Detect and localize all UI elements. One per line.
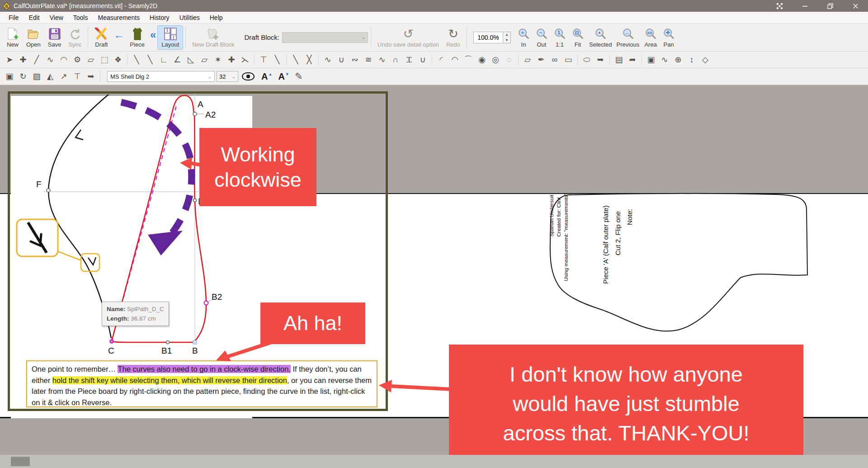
move-origin-icon[interactable]: ⊕: [671, 53, 685, 66]
flip-objects-icon[interactable]: ▨: [30, 70, 43, 83]
curve-h-icon[interactable]: ∾: [348, 53, 362, 66]
bisector-point-icon[interactable]: ⋋: [238, 53, 252, 66]
View[interactable]: View: [45, 13, 68, 23]
spiral-icon[interactable]: ◉: [475, 53, 489, 66]
union-pieces-icon[interactable]: ∞: [548, 53, 561, 66]
new-button[interactable]: New: [3, 26, 23, 49]
line-tool-icon[interactable]: ╱: [30, 53, 43, 66]
angle-point-icon[interactable]: ∠: [170, 53, 184, 66]
move-objects-icon[interactable]: ↗: [57, 70, 71, 83]
select-piece-tool-icon[interactable]: ⬚: [98, 53, 111, 66]
ellipse-icon[interactable]: ◌: [502, 53, 516, 66]
Edit[interactable]: Edit: [24, 13, 45, 23]
spin-up-icon[interactable]: ▲: [503, 32, 510, 38]
internal-path-icon[interactable]: ▭: [561, 53, 575, 66]
tag-icon[interactable]: ◇: [698, 53, 712, 66]
piece-mode-button[interactable]: Piece: [126, 26, 148, 49]
arrow-pointer-tool-icon[interactable]: ➤: [3, 53, 16, 66]
point-tool-icon[interactable]: ✚: [16, 53, 30, 66]
true-darts-icon[interactable]: ⊤: [71, 70, 84, 83]
circles-intersect-icon[interactable]: ◎: [489, 53, 502, 66]
horizontal-scroll-area[interactable]: [0, 455, 868, 468]
save-button[interactable]: Save: [44, 26, 65, 49]
scrollbar-thumb[interactable]: [11, 457, 30, 466]
arc-small-icon[interactable]: ◜: [434, 53, 448, 66]
curve-net-icon[interactable]: ≋: [362, 53, 375, 66]
add-piece-icon[interactable]: ▱: [521, 53, 534, 66]
fullscreen-toggle-icon[interactable]: [767, 0, 792, 12]
curve-w-icon[interactable]: ∪: [416, 53, 429, 66]
draft-block-select[interactable]: ⌄: [282, 32, 368, 43]
minimize-button[interactable]: [792, 0, 817, 12]
open-button[interactable]: Open: [23, 26, 44, 49]
export-piece-icon[interactable]: ➥: [594, 53, 607, 66]
arc-cross-icon[interactable]: ⌒: [462, 53, 475, 66]
print-layout-icon[interactable]: ▤: [612, 53, 626, 66]
zoom-level-spinbox[interactable]: 100.0% ▲▼: [473, 32, 511, 43]
arc-big-icon[interactable]: ◠: [448, 53, 462, 66]
export-layout-icon[interactable]: ➦: [626, 53, 639, 66]
sync-button[interactable]: Sync: [65, 26, 85, 49]
arc-tool-icon[interactable]: ◠: [57, 53, 71, 66]
pattern-canvas[interactable]: A A2 F E B2 C B1 B Spartan Undersuit Cre…: [0, 85, 868, 468]
midpoint-icon[interactable]: ⊤: [257, 53, 270, 66]
insert-node-icon[interactable]: ⬭: [580, 53, 594, 66]
to-layout-arrow-icon[interactable]: «: [148, 28, 158, 41]
group-objects-icon[interactable]: ▣: [3, 70, 16, 83]
increase-font-button[interactable]: A▲: [258, 71, 275, 82]
zoom-out-button[interactable]: − Out: [533, 26, 551, 49]
lines-cross-icon[interactable]: ╳: [302, 53, 316, 66]
zoom-area-button[interactable]: ▭ Area: [642, 26, 660, 49]
show-labels-eye-icon[interactable]: [242, 72, 255, 80]
zoom-level-value[interactable]: 100.0%: [473, 32, 503, 43]
undo-button[interactable]: ↺ Undo save detail option: [374, 26, 443, 49]
Help[interactable]: Help: [205, 13, 228, 23]
anchor-point-icon[interactable]: ▣: [644, 53, 658, 66]
quadrilateral-icon[interactable]: ▱: [198, 53, 211, 66]
settings-tool-icon[interactable]: ⚙: [71, 53, 84, 66]
curve-path-icon[interactable]: ∪: [335, 53, 348, 66]
point-along-line-icon[interactable]: ╲: [143, 53, 157, 66]
zoom-previous-button[interactable]: ← Previous: [614, 26, 642, 49]
draft-mode-button[interactable]: Draft: [91, 26, 112, 49]
layout-mode-button[interactable]: Layout: [158, 26, 183, 49]
star-intersect-icon[interactable]: ✶: [211, 53, 225, 66]
Utilities[interactable]: Utilities: [175, 13, 205, 23]
export-draft-icon[interactable]: ➥: [84, 70, 98, 83]
zoom-selected-button[interactable]: ▪ Selected: [587, 26, 614, 49]
Measurements[interactable]: Measurements: [93, 13, 145, 23]
curve-ibeam-icon[interactable]: Ɪ: [402, 53, 416, 66]
curve-icon[interactable]: ∿: [321, 53, 335, 66]
zoom-1to1-button[interactable]: 1 1:1: [551, 26, 569, 49]
spin-down-icon[interactable]: ▼: [503, 38, 510, 43]
triangle-point-icon[interactable]: ◺: [184, 53, 198, 66]
layout-pages-tool-icon[interactable]: ❖: [111, 53, 125, 66]
zoom-fit-button[interactable]: ⊡ Fit: [569, 26, 587, 49]
curve-node-icon[interactable]: ∿: [658, 53, 671, 66]
mirror-objects-icon[interactable]: ◭: [43, 70, 57, 83]
workpiece-tool-icon[interactable]: ▱: [84, 53, 98, 66]
curve-u-icon[interactable]: ∩: [389, 53, 402, 66]
cross-point-icon[interactable]: ✚: [225, 53, 238, 66]
line-from-point-icon[interactable]: ╲: [130, 53, 143, 66]
line-intersect-icon[interactable]: ╲: [289, 53, 302, 66]
File[interactable]: File: [4, 13, 24, 23]
spline-tool-icon[interactable]: ∿: [43, 53, 57, 66]
redo-button[interactable]: ↻ Redo: [443, 26, 464, 49]
font-family-select[interactable]: MS Shell Dlg 2 ⌄: [107, 71, 215, 82]
zoom-pan-button[interactable]: ✛ Pan: [660, 26, 678, 49]
label-pen-icon[interactable]: ✎: [292, 70, 306, 83]
height-icon[interactable]: ↕: [685, 53, 698, 66]
pen-piece-icon[interactable]: ✒: [534, 53, 548, 66]
to-draft-arrow-icon[interactable]: ←: [112, 28, 126, 41]
restore-button[interactable]: [817, 0, 843, 12]
zoom-in-button[interactable]: + In: [514, 26, 533, 49]
segment-point-icon[interactable]: ╲: [270, 53, 284, 66]
font-size-select[interactable]: 32 ⌄: [217, 71, 238, 82]
History[interactable]: History: [145, 13, 175, 23]
curve-tilde-icon[interactable]: ∿: [375, 53, 389, 66]
decrease-font-button[interactable]: A▼: [275, 71, 292, 82]
perpendicular-point-icon[interactable]: ∟: [157, 53, 170, 66]
close-button[interactable]: [843, 0, 868, 12]
zoom-spin-arrows[interactable]: ▲▼: [503, 32, 511, 43]
